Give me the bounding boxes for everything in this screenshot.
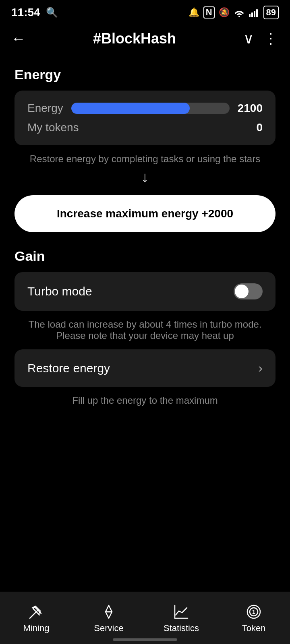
svg-point-0 <box>238 16 240 17</box>
turbo-hint: The load can increase by about 4 times i… <box>14 319 276 341</box>
service-label: Service <box>94 623 123 634</box>
service-icon <box>101 603 117 620</box>
more-button[interactable]: ⋮ <box>263 30 279 47</box>
energy-progress-bar <box>71 103 230 114</box>
svg-line-5 <box>31 610 38 617</box>
energy-row: Energy 2100 <box>27 102 263 115</box>
bottom-nav: Mining Service Statistics 1 <box>0 592 290 644</box>
mining-icon <box>28 603 44 620</box>
app-header: ← #BlockHash ∨ ⋮ <box>0 23 290 55</box>
status-bar: 11:54 🔍 🔔 N 🔕 89 <box>0 0 290 23</box>
nav-item-service[interactable]: Service <box>72 603 145 634</box>
nfc-icon: N <box>203 6 215 19</box>
battery-indicator: 89 <box>263 6 279 19</box>
tokens-value: 0 <box>256 121 263 134</box>
turbo-mode-card[interactable]: Turbo mode <box>14 272 276 311</box>
statistics-label: Statistics <box>164 623 199 634</box>
token-icon: 1 <box>246 603 262 620</box>
tokens-row: My tokens 0 <box>27 121 263 134</box>
svg-line-12 <box>30 617 31 618</box>
page-title: #BlockHash <box>93 30 176 47</box>
signal-icon <box>249 7 259 18</box>
chevron-right-icon: › <box>258 361 263 376</box>
nav-item-mining[interactable]: Mining <box>0 603 72 634</box>
status-icons: 🔔 N 🔕 89 <box>188 6 279 19</box>
energy-label: Energy <box>27 102 63 115</box>
gain-section-title: Gain <box>14 248 276 264</box>
nav-item-statistics[interactable]: Statistics <box>145 603 218 634</box>
restore-hint: Fill up the energy to the maximum <box>14 395 276 406</box>
energy-hint: Restore energy by completing tasks or us… <box>14 153 276 165</box>
energy-progress-fill <box>71 103 190 114</box>
gain-section: Gain Turbo mode The load can increase by… <box>14 248 276 406</box>
increase-energy-button[interactable]: Increase maximum energy +2000 <box>14 195 276 232</box>
svg-text:1: 1 <box>252 609 255 615</box>
svg-rect-3 <box>254 11 255 17</box>
search-icon: 🔍 <box>46 7 58 18</box>
dropdown-button[interactable]: ∨ <box>243 30 254 47</box>
main-content: Energy Energy 2100 My tokens 0 Restore e… <box>0 55 290 458</box>
token-label: Token <box>242 623 266 634</box>
wifi-icon <box>234 7 245 18</box>
turbo-mode-label: Turbo mode <box>27 285 92 298</box>
tokens-label: My tokens <box>27 121 79 134</box>
restore-energy-card[interactable]: Restore energy › <box>14 349 276 387</box>
mute-icon: 🔕 <box>219 7 230 18</box>
turbo-mode-toggle[interactable] <box>234 283 263 299</box>
arrow-down-icon: ↓ <box>14 169 276 186</box>
home-indicator <box>113 638 177 641</box>
statistics-icon <box>173 603 189 620</box>
energy-value: 2100 <box>238 102 263 115</box>
svg-rect-1 <box>249 14 251 17</box>
toggle-knob <box>235 285 249 298</box>
status-time: 11:54 <box>11 6 40 19</box>
nav-item-token[interactable]: 1 Token <box>218 603 290 634</box>
mining-label: Mining <box>23 623 50 634</box>
back-button[interactable]: ← <box>11 30 26 47</box>
energy-card: Energy 2100 My tokens 0 <box>14 91 276 145</box>
energy-section-title: Energy <box>14 67 276 83</box>
notification-icon: 🔔 <box>188 7 199 18</box>
svg-rect-4 <box>256 9 258 17</box>
energy-section: Energy Energy 2100 My tokens 0 Restore e… <box>14 67 276 232</box>
svg-rect-2 <box>251 12 253 17</box>
restore-energy-label: Restore energy <box>27 361 110 375</box>
